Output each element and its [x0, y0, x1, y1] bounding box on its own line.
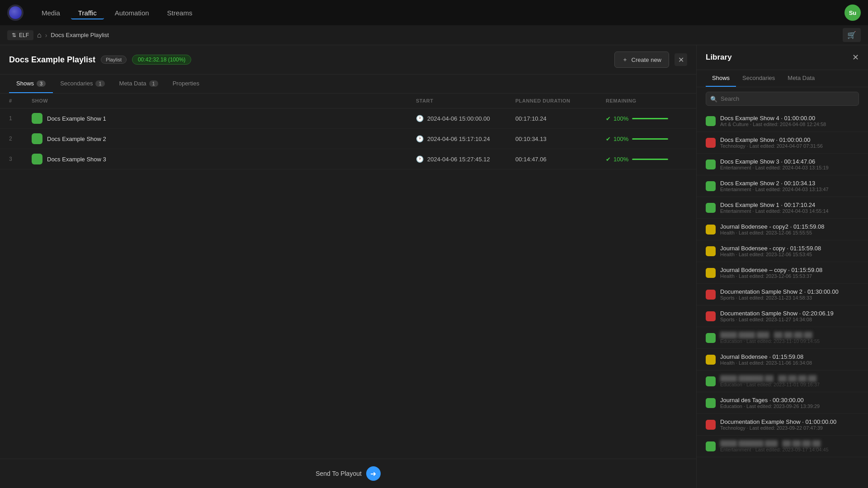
list-item[interactable]: Documentation Sample Show 2 · 01:30:00.0… [697, 284, 868, 305]
item-subtitle: Sports · Last edited: 2023-11-27 14:34:0… [720, 317, 859, 322]
tab-properties[interactable]: Properties [165, 75, 207, 93]
item-title: Docs Example Show · 01:00:00.00 [720, 136, 859, 143]
planned-duration: 00:14:47.06 [515, 156, 606, 163]
item-title: Journal Bodensee - copy2 · 01:15:59.08 [720, 223, 859, 230]
nav-streams[interactable]: Streams [160, 6, 200, 19]
breadcrumb-current: Docs Example Playlist [51, 32, 109, 38]
send-to-playout-button[interactable]: Send To Playout ➜ [316, 466, 381, 481]
item-info: Journal Bodensee - copy · 01:15:59.08 He… [720, 245, 859, 257]
item-subtitle: Entertainment · Last edited: 2024-04-03 … [720, 208, 859, 214]
library-search-area: 🔍 [697, 87, 868, 110]
search-input[interactable] [706, 92, 859, 106]
lib-tab-shows[interactable]: Shows [706, 70, 736, 87]
tab-shows-badge: 3 [37, 80, 46, 87]
start-cell: 🕐 2024-04-06 15:17:10.24 [416, 135, 515, 142]
item-color-indicator [706, 116, 716, 126]
app-logo[interactable] [7, 5, 24, 21]
tab-shows[interactable]: Shows 3 [9, 75, 53, 93]
item-color-indicator [706, 225, 716, 235]
remaining-percent: ✔ 100% [606, 136, 628, 142]
item-color-indicator [706, 355, 716, 365]
show-cell: Docs Example Show 3 [32, 154, 416, 164]
nav-traffic[interactable]: Traffic [71, 6, 104, 19]
list-item[interactable]: Docs Example Show 4 · 01:00:00.00 Art & … [697, 110, 868, 132]
show-name: Docs Example Show 1 [47, 115, 106, 122]
playlist-duration-badge: 00:42:32.18 (100%) [132, 55, 191, 65]
show-color-indicator [32, 154, 42, 164]
item-info: Docs Example Show 4 · 01:00:00.00 Art & … [720, 115, 859, 127]
clock-icon: 🕐 [416, 155, 424, 163]
list-item[interactable]: ████ ██████ ██ · ██ ██:██:██ Education ·… [697, 371, 868, 392]
item-title: ████ ██████ ██ · ██ ██:██:██ [720, 375, 859, 382]
start-time: 2024-04-06 15:00:00.00 [427, 115, 490, 122]
show-name: Docs Example Show 3 [47, 156, 106, 163]
item-title: Docs Example Show 3 · 00:14:47.06 [720, 158, 859, 165]
item-info: Journal Bodensee · 01:15:59.08 Health · … [720, 353, 859, 366]
item-subtitle: Art & Culture · Last edited: 2024-04-08 … [720, 122, 859, 127]
table-row[interactable]: 2 Docs Example Show 2 🕐 2024-04-06 15:17… [0, 129, 696, 149]
list-item[interactable]: ████ ██████ ███ · ██ ██:██:██ Entertainm… [697, 436, 868, 457]
list-item[interactable]: Docs Example Show 3 · 00:14:47.06 Entert… [697, 154, 868, 175]
list-item[interactable]: Docs Example Show · 01:00:00.00 Technolo… [697, 132, 868, 154]
tab-metadata-badge: 1 [149, 80, 158, 87]
item-info: Documentation Sample Show · 02:20:06.19 … [720, 310, 859, 322]
lib-tab-secondaries[interactable]: Secondaries [736, 70, 781, 87]
playlist-title: Docs Example Playlist [9, 55, 95, 65]
item-title: Journal des Tages · 00:30:00.00 [720, 397, 859, 404]
list-item[interactable]: Journal Bodensee – copy · 01:15:59.08 He… [697, 262, 868, 284]
tab-secondaries[interactable]: Secondaries 1 [53, 75, 112, 93]
library-close-button[interactable]: ✕ [852, 52, 859, 62]
nav-media[interactable]: Media [34, 6, 67, 19]
item-subtitle: Education · Last edited: 2023-11-01 09:1… [720, 382, 859, 387]
planned-duration: 00:10:34.13 [515, 136, 606, 142]
progress-bar [632, 118, 668, 119]
list-item[interactable]: Journal des Tages · 00:30:00.00 Educatio… [697, 392, 868, 414]
nav-automation[interactable]: Automation [108, 6, 156, 19]
table-row[interactable]: 3 Docs Example Show 3 🕐 2024-04-06 15:27… [0, 149, 696, 169]
lib-tab-metadata[interactable]: Meta Data [781, 70, 821, 87]
item-subtitle: Entertainment · Last edited: 2023-09-17 … [720, 447, 859, 452]
list-item[interactable]: Documentation Sample Show · 02:20:06.19 … [697, 305, 868, 327]
list-item[interactable]: Docs Example Show 2 · 00:10:34.13 Entert… [697, 175, 868, 197]
show-name: Docs Example Show 2 [47, 136, 106, 142]
item-subtitle: Entertainment · Last edited: 2024-04-03 … [720, 165, 859, 170]
item-subtitle: Health · Last edited: 2023-11-06 16:34:0… [720, 360, 859, 366]
item-color-indicator [706, 181, 716, 191]
playout-footer: Send To Playout ➜ [0, 459, 696, 488]
table-row[interactable]: 1 Docs Example Show 1 🕐 2024-04-06 15:00… [0, 108, 696, 129]
item-color-indicator [706, 420, 716, 430]
list-item[interactable]: Journal Bodensee · 01:15:59.08 Health · … [697, 349, 868, 371]
home-icon[interactable]: ⌂ [37, 31, 42, 39]
list-item[interactable]: ████ ████ ███ · ██ ██:██:██ Education · … [697, 327, 868, 349]
main-content: Docs Example Playlist Playlist 00:42:32.… [0, 45, 868, 488]
item-subtitle: Technology · Last edited: 2023-09-22 07:… [720, 425, 859, 431]
item-info: Documentation Sample Show 2 · 01:30:00.0… [720, 288, 859, 300]
item-color-indicator [706, 203, 716, 213]
remaining-cell: ✔ 100% [606, 136, 687, 142]
item-title: Docs Example Show 4 · 01:00:00.00 [720, 115, 859, 122]
breadcrumb-env[interactable]: ⇅ ELF [7, 30, 33, 40]
start-cell: 🕐 2024-04-06 15:00:00.00 [416, 115, 515, 122]
user-avatar[interactable]: Su [844, 5, 861, 21]
list-item[interactable]: Journal Bodensee - copy · 01:15:59.08 He… [697, 240, 868, 262]
playlist-tabs: Shows 3 Secondaries 1 Meta Data 1 Proper… [0, 75, 696, 94]
list-item[interactable]: Documentation Example Show · 01:00:00.00… [697, 414, 868, 436]
table-header: # SHOW START PLANNED DURATION REMAINING [0, 94, 696, 108]
start-cell: 🕐 2024-04-06 15:27:45.12 [416, 155, 515, 163]
tab-metadata[interactable]: Meta Data 1 [112, 75, 165, 93]
cart-icon[interactable]: 🛒 [843, 28, 861, 42]
tab-secondaries-badge: 1 [95, 80, 104, 87]
item-color-indicator [706, 290, 716, 300]
create-new-button[interactable]: ＋ Create new [614, 52, 669, 68]
remaining-percent: ✔ 100% [606, 115, 628, 122]
item-info: Docs Example Show 3 · 00:14:47.06 Entert… [720, 158, 859, 170]
item-title: Journal Bodensee - copy · 01:15:59.08 [720, 245, 859, 252]
close-playlist-button[interactable]: ✕ [675, 53, 687, 66]
playlist-panel: Docs Example Playlist Playlist 00:42:32.… [0, 45, 696, 488]
row-number: 1 [9, 115, 32, 122]
item-title: ████ ██████ ███ · ██ ██:██:██ [720, 440, 859, 447]
planned-duration: 00:17:10.24 [515, 115, 606, 122]
list-item[interactable]: Docs Example Show 1 · 00:17:10.24 Entert… [697, 197, 868, 219]
list-item[interactable]: Journal Bodensee - copy2 · 01:15:59.08 H… [697, 219, 868, 240]
playlist-type-badge: Playlist [101, 56, 127, 64]
